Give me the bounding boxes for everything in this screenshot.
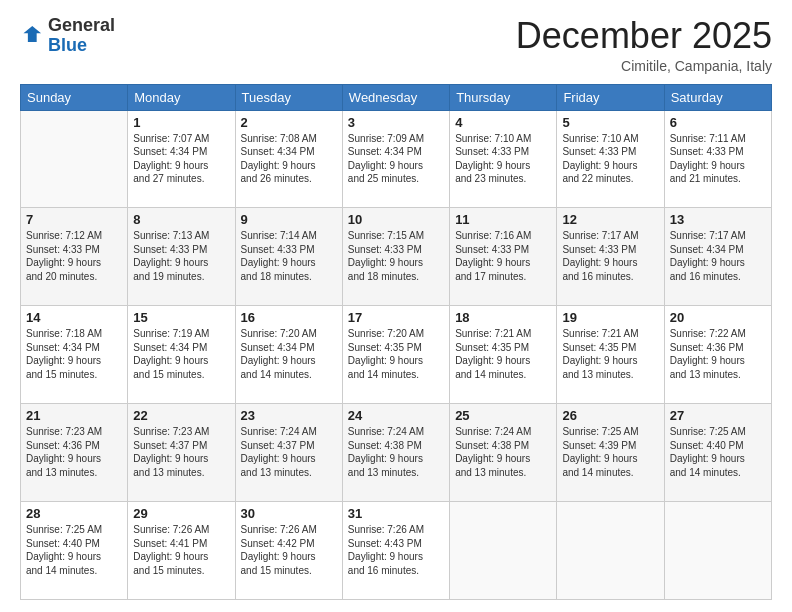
table-row: 13Sunrise: 7:17 AMSunset: 4:34 PMDayligh… — [664, 208, 771, 306]
day-info: Sunrise: 7:26 AMSunset: 4:41 PMDaylight:… — [133, 523, 229, 577]
calendar-week-row: 1Sunrise: 7:07 AMSunset: 4:34 PMDaylight… — [21, 110, 772, 208]
table-row: 23Sunrise: 7:24 AMSunset: 4:37 PMDayligh… — [235, 404, 342, 502]
day-info: Sunrise: 7:10 AMSunset: 4:33 PMDaylight:… — [562, 132, 658, 186]
table-row: 2Sunrise: 7:08 AMSunset: 4:34 PMDaylight… — [235, 110, 342, 208]
day-number: 13 — [670, 212, 766, 227]
table-row: 9Sunrise: 7:14 AMSunset: 4:33 PMDaylight… — [235, 208, 342, 306]
table-row: 24Sunrise: 7:24 AMSunset: 4:38 PMDayligh… — [342, 404, 449, 502]
logo: General Blue — [20, 16, 115, 56]
table-row: 10Sunrise: 7:15 AMSunset: 4:33 PMDayligh… — [342, 208, 449, 306]
page: General Blue December 2025 Cimitile, Cam… — [0, 0, 792, 612]
title-block: December 2025 Cimitile, Campania, Italy — [516, 16, 772, 74]
day-number: 17 — [348, 310, 444, 325]
table-row: 31Sunrise: 7:26 AMSunset: 4:43 PMDayligh… — [342, 502, 449, 600]
day-info: Sunrise: 7:21 AMSunset: 4:35 PMDaylight:… — [562, 327, 658, 381]
day-number: 1 — [133, 115, 229, 130]
table-row: 21Sunrise: 7:23 AMSunset: 4:36 PMDayligh… — [21, 404, 128, 502]
day-number: 8 — [133, 212, 229, 227]
table-row: 26Sunrise: 7:25 AMSunset: 4:39 PMDayligh… — [557, 404, 664, 502]
table-row: 8Sunrise: 7:13 AMSunset: 4:33 PMDaylight… — [128, 208, 235, 306]
col-thursday: Thursday — [450, 84, 557, 110]
day-number: 9 — [241, 212, 337, 227]
day-number: 31 — [348, 506, 444, 521]
table-row: 12Sunrise: 7:17 AMSunset: 4:33 PMDayligh… — [557, 208, 664, 306]
table-row: 22Sunrise: 7:23 AMSunset: 4:37 PMDayligh… — [128, 404, 235, 502]
table-row: 3Sunrise: 7:09 AMSunset: 4:34 PMDaylight… — [342, 110, 449, 208]
table-row — [21, 110, 128, 208]
day-number: 11 — [455, 212, 551, 227]
day-number: 19 — [562, 310, 658, 325]
day-info: Sunrise: 7:24 AMSunset: 4:38 PMDaylight:… — [455, 425, 551, 479]
day-number: 15 — [133, 310, 229, 325]
day-info: Sunrise: 7:25 AMSunset: 4:40 PMDaylight:… — [26, 523, 122, 577]
table-row: 27Sunrise: 7:25 AMSunset: 4:40 PMDayligh… — [664, 404, 771, 502]
day-number: 25 — [455, 408, 551, 423]
table-row: 7Sunrise: 7:12 AMSunset: 4:33 PMDaylight… — [21, 208, 128, 306]
day-number: 7 — [26, 212, 122, 227]
day-info: Sunrise: 7:14 AMSunset: 4:33 PMDaylight:… — [241, 229, 337, 283]
calendar-week-row: 21Sunrise: 7:23 AMSunset: 4:36 PMDayligh… — [21, 404, 772, 502]
day-info: Sunrise: 7:07 AMSunset: 4:34 PMDaylight:… — [133, 132, 229, 186]
calendar-table: Sunday Monday Tuesday Wednesday Thursday… — [20, 84, 772, 600]
day-number: 23 — [241, 408, 337, 423]
col-tuesday: Tuesday — [235, 84, 342, 110]
day-info: Sunrise: 7:23 AMSunset: 4:36 PMDaylight:… — [26, 425, 122, 479]
day-info: Sunrise: 7:21 AMSunset: 4:35 PMDaylight:… — [455, 327, 551, 381]
day-info: Sunrise: 7:12 AMSunset: 4:33 PMDaylight:… — [26, 229, 122, 283]
calendar-week-row: 14Sunrise: 7:18 AMSunset: 4:34 PMDayligh… — [21, 306, 772, 404]
day-number: 30 — [241, 506, 337, 521]
table-row: 6Sunrise: 7:11 AMSunset: 4:33 PMDaylight… — [664, 110, 771, 208]
table-row — [664, 502, 771, 600]
table-row: 25Sunrise: 7:24 AMSunset: 4:38 PMDayligh… — [450, 404, 557, 502]
day-info: Sunrise: 7:26 AMSunset: 4:43 PMDaylight:… — [348, 523, 444, 577]
day-number: 6 — [670, 115, 766, 130]
day-info: Sunrise: 7:20 AMSunset: 4:35 PMDaylight:… — [348, 327, 444, 381]
day-number: 24 — [348, 408, 444, 423]
day-info: Sunrise: 7:09 AMSunset: 4:34 PMDaylight:… — [348, 132, 444, 186]
table-row: 4Sunrise: 7:10 AMSunset: 4:33 PMDaylight… — [450, 110, 557, 208]
table-row: 28Sunrise: 7:25 AMSunset: 4:40 PMDayligh… — [21, 502, 128, 600]
calendar-week-row: 7Sunrise: 7:12 AMSunset: 4:33 PMDaylight… — [21, 208, 772, 306]
day-info: Sunrise: 7:11 AMSunset: 4:33 PMDaylight:… — [670, 132, 766, 186]
table-row: 20Sunrise: 7:22 AMSunset: 4:36 PMDayligh… — [664, 306, 771, 404]
table-row: 18Sunrise: 7:21 AMSunset: 4:35 PMDayligh… — [450, 306, 557, 404]
day-number: 18 — [455, 310, 551, 325]
table-row: 15Sunrise: 7:19 AMSunset: 4:34 PMDayligh… — [128, 306, 235, 404]
day-info: Sunrise: 7:08 AMSunset: 4:34 PMDaylight:… — [241, 132, 337, 186]
day-info: Sunrise: 7:18 AMSunset: 4:34 PMDaylight:… — [26, 327, 122, 381]
location: Cimitile, Campania, Italy — [516, 58, 772, 74]
day-info: Sunrise: 7:19 AMSunset: 4:34 PMDaylight:… — [133, 327, 229, 381]
logo-icon — [22, 23, 44, 45]
table-row: 19Sunrise: 7:21 AMSunset: 4:35 PMDayligh… — [557, 306, 664, 404]
day-info: Sunrise: 7:24 AMSunset: 4:38 PMDaylight:… — [348, 425, 444, 479]
day-number: 10 — [348, 212, 444, 227]
day-info: Sunrise: 7:24 AMSunset: 4:37 PMDaylight:… — [241, 425, 337, 479]
logo-blue-text: Blue — [48, 35, 87, 55]
table-row: 1Sunrise: 7:07 AMSunset: 4:34 PMDaylight… — [128, 110, 235, 208]
month-title: December 2025 — [516, 16, 772, 56]
table-row: 11Sunrise: 7:16 AMSunset: 4:33 PMDayligh… — [450, 208, 557, 306]
day-info: Sunrise: 7:20 AMSunset: 4:34 PMDaylight:… — [241, 327, 337, 381]
day-info: Sunrise: 7:10 AMSunset: 4:33 PMDaylight:… — [455, 132, 551, 186]
table-row: 30Sunrise: 7:26 AMSunset: 4:42 PMDayligh… — [235, 502, 342, 600]
table-row — [450, 502, 557, 600]
col-sunday: Sunday — [21, 84, 128, 110]
table-row: 14Sunrise: 7:18 AMSunset: 4:34 PMDayligh… — [21, 306, 128, 404]
day-info: Sunrise: 7:26 AMSunset: 4:42 PMDaylight:… — [241, 523, 337, 577]
col-monday: Monday — [128, 84, 235, 110]
day-number: 27 — [670, 408, 766, 423]
table-row: 17Sunrise: 7:20 AMSunset: 4:35 PMDayligh… — [342, 306, 449, 404]
day-info: Sunrise: 7:25 AMSunset: 4:39 PMDaylight:… — [562, 425, 658, 479]
day-number: 20 — [670, 310, 766, 325]
day-number: 3 — [348, 115, 444, 130]
day-number: 21 — [26, 408, 122, 423]
day-info: Sunrise: 7:25 AMSunset: 4:40 PMDaylight:… — [670, 425, 766, 479]
day-info: Sunrise: 7:16 AMSunset: 4:33 PMDaylight:… — [455, 229, 551, 283]
day-number: 16 — [241, 310, 337, 325]
col-saturday: Saturday — [664, 84, 771, 110]
day-info: Sunrise: 7:22 AMSunset: 4:36 PMDaylight:… — [670, 327, 766, 381]
day-number: 2 — [241, 115, 337, 130]
table-row — [557, 502, 664, 600]
table-row: 29Sunrise: 7:26 AMSunset: 4:41 PMDayligh… — [128, 502, 235, 600]
calendar-week-row: 28Sunrise: 7:25 AMSunset: 4:40 PMDayligh… — [21, 502, 772, 600]
